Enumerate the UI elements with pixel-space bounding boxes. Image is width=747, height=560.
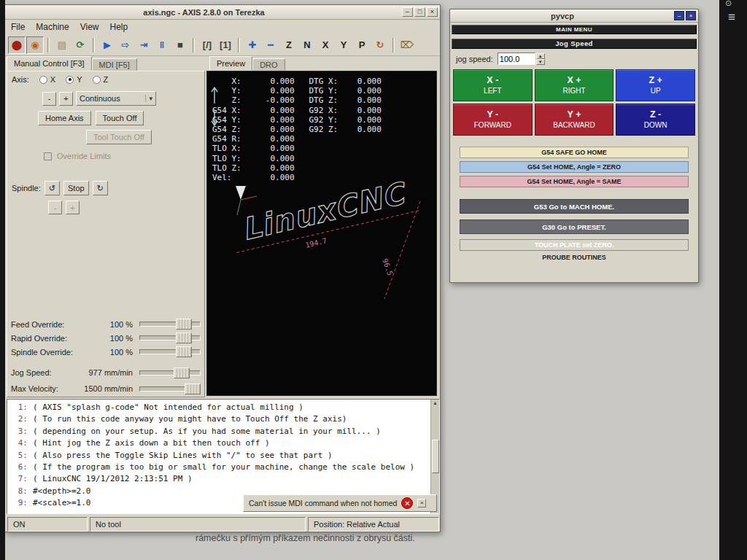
view-p-button[interactable]: P bbox=[353, 36, 371, 54]
jog-z-plus-button[interactable]: Z + UP bbox=[616, 69, 695, 101]
menu-item[interactable]: File bbox=[11, 22, 25, 32]
axis-x-option[interactable]: X bbox=[39, 75, 55, 84]
spindle-faster-button[interactable]: + bbox=[66, 201, 80, 214]
gcode-line-number: 2: bbox=[9, 413, 28, 425]
jog-y-plus-button[interactable]: Y + BACKWARD bbox=[535, 104, 614, 136]
gcode-line[interactable]: 5: ( Also press the Toggle Skip Lines wi… bbox=[9, 450, 429, 462]
menu-item[interactable]: Machine bbox=[36, 22, 69, 32]
gcode-line[interactable]: 3: ( depending on your setup. As if you … bbox=[9, 426, 429, 438]
pyvcp-titlebar[interactable]: pyvcp – × bbox=[450, 9, 698, 23]
home-axis-button[interactable]: Home Axis bbox=[38, 111, 91, 125]
axis-z-option[interactable]: Z bbox=[93, 75, 109, 84]
slider-handle[interactable] bbox=[174, 368, 190, 378]
estop-button[interactable]: ⬤ bbox=[8, 36, 26, 54]
jog-minus-button[interactable]: - bbox=[42, 92, 56, 106]
axis-y-option[interactable]: Y bbox=[66, 75, 82, 84]
g54-set-home-same-button[interactable]: G54 Set HOME, Angle = SAME bbox=[460, 176, 689, 187]
slider-handle[interactable] bbox=[176, 319, 192, 330]
close-button[interactable]: × bbox=[686, 11, 696, 20]
spin-up-icon[interactable]: ▲ bbox=[536, 53, 545, 59]
jog-axis-label: Y + bbox=[568, 109, 581, 120]
jog-plus-button[interactable]: + bbox=[59, 92, 73, 106]
spindle-stop-button[interactable]: Stop bbox=[63, 181, 89, 195]
axis-titlebar[interactable]: axis.ngc - AXIS 2.8.0 on Terezka – □ × bbox=[5, 5, 440, 20]
preview-canvas[interactable]: LinuxCNC 194.7 96.5 X: 0.000 DTG X: 0.00… bbox=[206, 71, 437, 396]
override-slider[interactable] bbox=[139, 332, 201, 343]
gcode-line[interactable]: 7: ( LinuxCNC 19/1/2012 2:13:51 PM ) bbox=[9, 473, 429, 485]
view-y-button[interactable]: Y bbox=[335, 36, 352, 54]
override-row: Spindle Override: 100 % bbox=[11, 345, 201, 359]
tab-manual-control[interactable]: Manual Control [F3] bbox=[7, 56, 92, 71]
jog-z-minus-button[interactable]: Z - DOWN bbox=[616, 104, 695, 136]
close-button[interactable]: × bbox=[427, 7, 438, 17]
touch-off-button[interactable]: Touch Off bbox=[96, 111, 144, 125]
g30-go-preset-button[interactable]: G30 Go to PRESET. bbox=[460, 219, 689, 234]
override-slider[interactable] bbox=[139, 319, 201, 330]
gcode-line[interactable]: 4: ( Hint jog the Z axis down a bit then… bbox=[9, 438, 429, 449]
spindle-ccw-button[interactable]: ↺ bbox=[44, 181, 60, 195]
g54-set-home-zero-button[interactable]: G54 Set HOME, Angle = ZERO bbox=[460, 161, 689, 173]
axis-y-radio[interactable] bbox=[66, 76, 74, 84]
stop-button[interactable]: ■ bbox=[171, 36, 189, 54]
override-limits-checkbox[interactable] bbox=[44, 152, 52, 160]
run-button[interactable]: ▶ bbox=[98, 36, 116, 54]
jog-axis-label: Y - bbox=[487, 109, 498, 120]
tab-dro[interactable]: DRO bbox=[252, 58, 285, 71]
maximize-button[interactable]: □ bbox=[414, 7, 425, 17]
zoom-in-button[interactable]: ✚ bbox=[244, 36, 261, 54]
tab-preview[interactable]: Preview bbox=[209, 56, 252, 71]
skip-lines-toggle[interactable]: [/] bbox=[198, 36, 216, 54]
slider-handle[interactable] bbox=[185, 384, 201, 394]
tool-touch-off-button[interactable]: Tool Touch Off bbox=[86, 130, 152, 144]
run-from-line-button[interactable]: ⇨ bbox=[117, 36, 134, 54]
scrollbar-thumb[interactable] bbox=[432, 440, 439, 473]
velocity-slider[interactable] bbox=[139, 384, 201, 394]
axis-z-radio[interactable] bbox=[93, 76, 101, 84]
jog-mode-dropdown[interactable]: Continuous ▾ bbox=[76, 91, 156, 106]
g53-go-mach-home-button[interactable]: G53 Go to MACH HOME. bbox=[460, 199, 689, 214]
gcode-line[interactable]: 1: ( AXIS "splash g-code" Not intended f… bbox=[9, 402, 429, 413]
tab-mdi[interactable]: MDI [F5] bbox=[92, 58, 137, 71]
jog-x-minus-button[interactable]: X - LEFT bbox=[453, 69, 533, 101]
machine-power-button[interactable]: ◉ bbox=[26, 36, 44, 54]
gcode-line[interactable]: 2: ( To run this code anyway you might h… bbox=[9, 413, 429, 425]
view-x-button[interactable]: X bbox=[317, 36, 334, 54]
axis-y-label[interactable]: Y bbox=[77, 75, 82, 84]
jog-x-plus-button[interactable]: X + RIGHT bbox=[535, 69, 614, 101]
axis-z-label[interactable]: Z bbox=[104, 75, 109, 84]
touch-plate-zero-button[interactable]: TOUCH PLATE set ZERO. bbox=[460, 239, 689, 251]
view-z2-button[interactable]: N bbox=[298, 36, 316, 54]
jog-direction-label: LEFT bbox=[484, 86, 501, 96]
minimize-button[interactable]: – bbox=[402, 7, 413, 17]
g54-safe-go-home-button[interactable]: G54 SAFE GO HOME bbox=[460, 147, 689, 158]
dro-line: G54 R: 0.000 bbox=[212, 134, 382, 144]
menu-item[interactable]: Help bbox=[110, 22, 128, 32]
slider-handle[interactable] bbox=[176, 332, 192, 343]
velocity-slider[interactable] bbox=[139, 368, 201, 378]
open-file-button[interactable]: ▤ bbox=[53, 36, 71, 54]
axis-x-radio[interactable] bbox=[39, 76, 47, 84]
spindle-slower-button[interactable]: - bbox=[48, 201, 62, 214]
axis-x-label[interactable]: X bbox=[50, 75, 55, 84]
jog-speed-input[interactable] bbox=[498, 52, 535, 65]
jog-y-minus-button[interactable]: Y - FORWARD bbox=[453, 104, 533, 136]
optional-pause-toggle[interactable]: [1] bbox=[217, 36, 234, 54]
toast-close-button[interactable]: × bbox=[417, 499, 426, 508]
reload-file-button[interactable]: ⟳ bbox=[71, 36, 89, 54]
gcode-line[interactable]: 6: ( If the program is too big or small … bbox=[9, 462, 429, 473]
pause-button[interactable]: ‖ bbox=[153, 36, 171, 54]
clear-plot-button[interactable]: ⌦ bbox=[398, 36, 416, 54]
view-z-button[interactable]: Z bbox=[280, 36, 298, 54]
zoom-out-button[interactable]: ━ bbox=[262, 36, 279, 54]
step-button[interactable]: ⇥ bbox=[135, 36, 152, 54]
spindle-cw-button[interactable]: ↻ bbox=[93, 181, 108, 195]
slider-track[interactable] bbox=[139, 370, 201, 376]
menu-item[interactable]: View bbox=[80, 22, 99, 32]
override-slider[interactable] bbox=[139, 346, 201, 357]
scroll-up-icon[interactable]: ▲ bbox=[433, 400, 438, 405]
minimize-button[interactable]: – bbox=[674, 11, 684, 20]
slider-handle[interactable] bbox=[176, 346, 192, 357]
spin-down-icon[interactable]: ▼ bbox=[536, 59, 545, 65]
rotate-view-button[interactable]: ↻ bbox=[371, 36, 389, 54]
menu-bar: FileMachineViewHelp bbox=[5, 20, 440, 34]
